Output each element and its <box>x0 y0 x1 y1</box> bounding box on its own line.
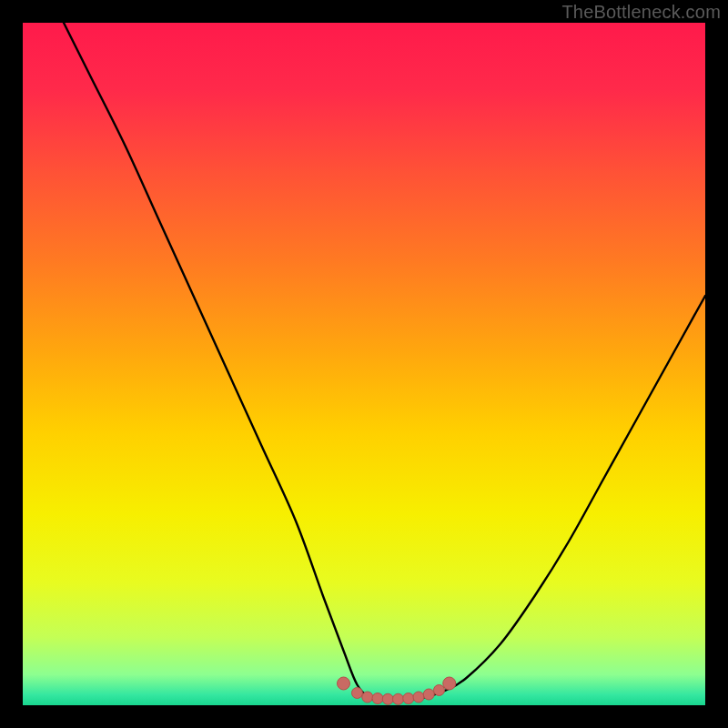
marker-dot <box>352 688 363 699</box>
marker-dot <box>434 685 445 696</box>
marker-dot <box>403 693 414 704</box>
marker-dot <box>423 689 434 700</box>
chart-frame: TheBottleneck.com <box>0 0 728 728</box>
marker-dot <box>372 693 383 704</box>
gradient-background <box>23 23 705 705</box>
marker-dot <box>443 677 456 690</box>
marker-dot <box>382 693 393 704</box>
marker-dot <box>393 693 404 704</box>
marker-dot <box>338 677 350 690</box>
marker-dot <box>362 692 373 703</box>
bottleneck-chart <box>23 23 705 705</box>
plot-area <box>23 23 705 705</box>
marker-dot <box>413 692 424 703</box>
watermark-text: TheBottleneck.com <box>561 2 721 23</box>
